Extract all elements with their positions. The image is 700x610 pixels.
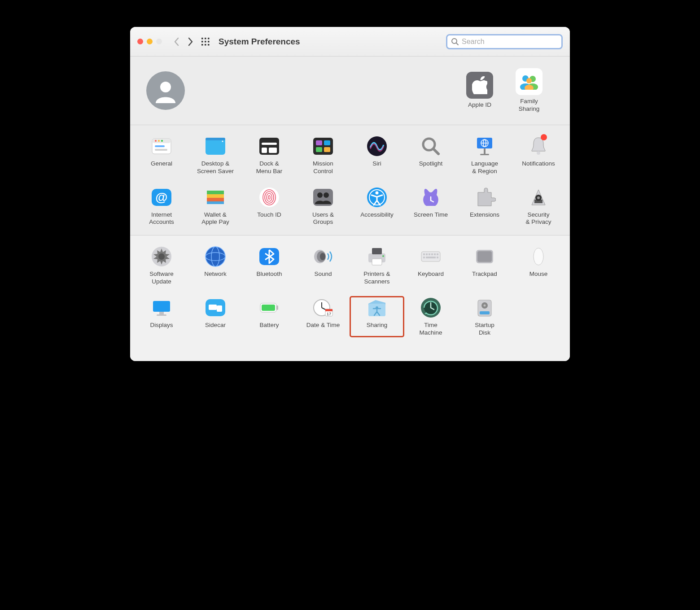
keyboard-pane[interactable]: Keyboard [404,245,458,286]
svg-rect-2 [208,38,210,39]
security-pane[interactable]: Security & Privacy [512,186,565,227]
pane-label: Notifications [512,160,565,168]
svg-rect-86 [426,253,428,255]
pane-label: Dock & Menu Bar [242,160,296,175]
svg-rect-104 [276,305,278,310]
touchid-pane[interactable]: Touch ID [242,186,296,227]
svg-rect-119 [480,311,490,314]
svg-point-118 [484,305,486,307]
search-input[interactable] [462,38,558,46]
displays-pane[interactable]: Displays [135,296,188,337]
internet-icon: @ [150,186,173,209]
minimize-button[interactable] [147,39,153,44]
bluetooth-icon [258,245,280,268]
hardware-prefs-section: Software UpdateNetworkBluetoothSoundPrin… [130,235,570,361]
internet-pane[interactable]: @Internet Accounts [135,186,188,227]
pane-label: Screen Time [404,211,458,219]
forward-button[interactable] [184,35,197,48]
pane-label: Battery [242,322,296,329]
family-sharing-pane[interactable]: Family Sharing [504,68,554,113]
svg-rect-5 [208,41,210,43]
svg-rect-99 [157,314,166,316]
siri-pane[interactable]: Siri [350,135,404,175]
sharing-icon [366,296,388,319]
sidecar-pane[interactable]: Sidecar [188,296,242,337]
desktop-pane[interactable]: Desktop & Screen Saver [188,135,242,175]
general-pane[interactable]: General [135,135,188,175]
svg-point-54 [259,187,279,207]
account-row: Apple ID Family Sharing [130,57,570,125]
svg-point-64 [376,191,379,194]
sharing-pane[interactable]: Sharing [350,296,404,337]
screentime-pane[interactable]: Screen Time [404,186,458,227]
trackpad-pane[interactable]: Trackpad [458,245,512,286]
keyboard-icon [420,245,442,268]
general-icon [150,135,173,157]
users-icon [312,186,334,209]
language-pane[interactable]: Language & Region [458,135,512,175]
svg-rect-82 [372,259,382,265]
close-button[interactable] [137,39,143,44]
accessibility-pane[interactable]: Accessibility [350,186,404,227]
back-button[interactable] [170,35,184,48]
network-pane[interactable]: Network [188,245,242,286]
pane-label: General [135,160,188,168]
extensions-pane[interactable]: Extensions [458,186,512,227]
svg-point-71 [158,253,165,260]
accessibility-icon [366,186,388,209]
pane-label: Touch ID [242,211,296,219]
svg-rect-102 [217,305,222,312]
wallet-pane[interactable]: Wallet & Apple Pay [188,186,242,227]
spotlight-pane[interactable]: Spotlight [404,135,458,175]
svg-line-39 [433,149,438,154]
svg-rect-31 [269,148,277,153]
startup-pane[interactable]: Startup Disk [458,296,512,337]
search-field[interactable] [446,34,563,49]
svg-rect-29 [262,143,277,145]
svg-rect-98 [159,312,164,314]
timemachine-pane[interactable]: Time Machine [404,296,458,337]
pane-label: Accessibility [350,211,404,219]
family-icon [516,68,542,95]
pane-label: Startup Disk [458,322,512,337]
bluetooth-pane[interactable]: Bluetooth [242,245,296,286]
pane-label: Keyboard [404,270,458,278]
user-avatar[interactable] [146,71,185,110]
printers-pane[interactable]: Printers & Scanners [350,245,404,286]
sidecar-icon [204,296,227,319]
svg-rect-33 [316,140,322,145]
users-pane[interactable]: Users & Groups [296,186,350,227]
svg-rect-52 [207,198,224,201]
pane-label: Mission Control [296,160,350,175]
pane-label: Siri [350,160,404,168]
svg-point-79 [320,253,325,260]
dock-pane[interactable]: Dock & Menu Bar [242,135,296,175]
svg-rect-3 [201,41,203,43]
pane-label: Users & Groups [296,211,350,227]
apple-id-label: Apple ID [455,101,504,109]
pane-label: Internet Accounts [135,211,188,227]
software-pane[interactable]: Software Update [135,245,188,286]
notifications-pane[interactable]: Notifications [512,135,565,175]
mission-pane[interactable]: Mission Control [296,135,350,175]
mouse-pane[interactable]: Mouse [512,245,565,286]
pane-label: Wallet & Apple Pay [188,211,242,227]
language-icon [473,135,496,157]
zoom-button[interactable] [156,39,162,44]
pane-label: Sound [296,270,350,278]
window-controls [137,39,162,44]
pane-label: Security & Privacy [512,211,565,227]
apple-id-pane[interactable]: Apple ID [455,72,504,109]
datetime-pane[interactable]: 17Date & Time [296,296,350,337]
pane-label: Desktop & Screen Saver [188,160,242,175]
sound-pane[interactable]: Sound [296,245,350,286]
show-all-button[interactable] [199,35,212,48]
touchid-icon [258,186,280,209]
security-icon [527,186,550,209]
svg-point-16 [526,78,532,83]
svg-point-69 [537,196,540,199]
pane-label: Software Update [135,270,188,286]
svg-point-60 [317,192,323,198]
battery-pane[interactable]: Battery [242,296,296,337]
software-icon [150,245,173,268]
